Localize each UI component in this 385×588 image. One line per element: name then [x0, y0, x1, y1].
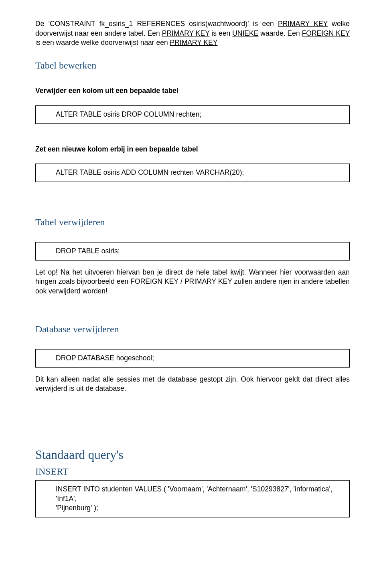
heading-tabel-bewerken: Tabel bewerken [35, 59, 350, 72]
intro-underline-1: PRIMARY KEY [278, 20, 328, 28]
codebox-drop-table: DROP TABLE osiris; [35, 242, 350, 261]
intro-underline-5: PRIMARY KEY [170, 38, 218, 46]
note-drop-table: Let op! Na het uitvoeren hiervan ben je … [35, 268, 350, 296]
sub-nieuwe-kolom: Zet een nieuwe kolom erbij in een bepaal… [35, 145, 350, 154]
intro-underline-3: UNIEKE [232, 29, 258, 37]
intro-text-a: De 'CONSTRAINT fk_osiris_1 REFERENCES os… [35, 20, 278, 28]
intro-underline-2: PRIMARY KEY [162, 29, 210, 37]
intro-text-e: is een waarde welke doorverwijst naar ee… [35, 38, 170, 46]
codebox-insert: INSERT INTO studenten VALUES ( 'Voornaam… [35, 480, 350, 517]
codebox-alter-add: ALTER TABLE osiris ADD COLUMN rechten VA… [35, 164, 350, 182]
heading-database-verwijderen: Database verwijderen [35, 323, 350, 335]
intro-paragraph: De 'CONSTRAINT fk_osiris_1 REFERENCES os… [35, 19, 350, 48]
heading-insert: INSERT [35, 465, 350, 478]
heading-tabel-verwijderen: Tabel verwijderen [35, 216, 350, 228]
codebox-alter-drop: ALTER TABLE osiris DROP COLUMN rechten; [35, 105, 350, 124]
code-insert-line2: 'Pijnenburg' ); [56, 503, 344, 513]
code-insert-line1: INSERT INTO studenten VALUES ( 'Voornaam… [56, 485, 344, 503]
intro-text-c: is een [210, 29, 233, 37]
code-drop-database: DROP DATABASE hogeschool; [56, 354, 154, 362]
codebox-drop-database: DROP DATABASE hogeschool; [35, 349, 350, 368]
sub-verwijder-kolom: Verwijder een kolom uit een bepaalde tab… [35, 86, 350, 96]
intro-underline-4: FOREIGN KEY [302, 29, 350, 37]
intro-text-d: waarde. Een [258, 29, 302, 37]
code-drop-table: DROP TABLE osiris; [56, 247, 120, 255]
note-drop-database: Dit kan alleen nadat alle sessies met de… [35, 375, 350, 394]
code-alter-add: ALTER TABLE osiris ADD COLUMN rechten VA… [56, 168, 244, 176]
heading-standaard-querys: Standaard query's [35, 447, 350, 463]
code-alter-drop: ALTER TABLE osiris DROP COLUMN rechten; [56, 110, 201, 118]
